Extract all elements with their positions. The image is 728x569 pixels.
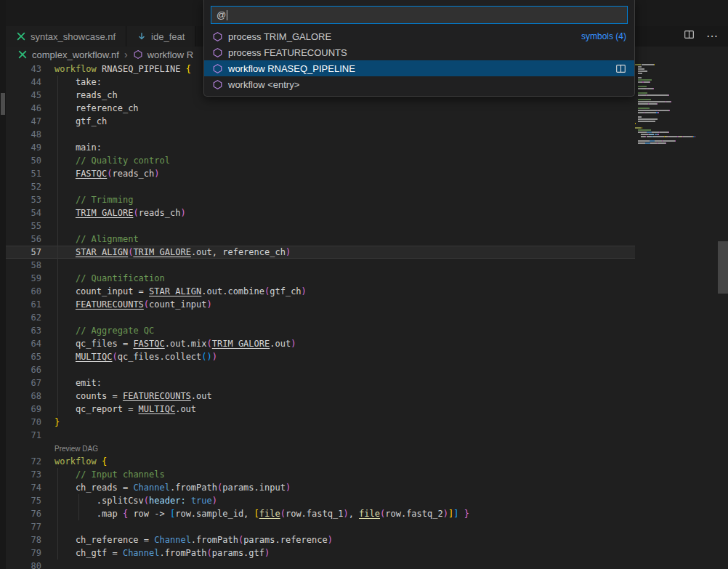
indent-guide <box>57 128 58 141</box>
line-number[interactable]: 66 <box>6 363 41 376</box>
line-number[interactable]: 45 <box>6 89 41 102</box>
line-number[interactable]: 69 <box>6 403 41 416</box>
line-number[interactable]: 53 <box>6 193 41 206</box>
line-number[interactable]: 77 <box>6 520 41 533</box>
line-number[interactable]: 49 <box>6 141 41 154</box>
line-number[interactable]: 71 <box>6 429 41 442</box>
code-line[interactable]: 54 TRIM_GALORE(reads_ch) <box>6 206 635 219</box>
token-df <box>54 299 76 310</box>
line-number[interactable]: 50 <box>6 154 41 167</box>
code-line[interactable]: 52 <box>6 180 635 193</box>
code-line[interactable]: 59 // Quantification <box>6 272 635 285</box>
vertical-scrollbar-thumb[interactable] <box>718 241 728 294</box>
line-number[interactable]: 68 <box>6 390 41 403</box>
line-number[interactable]: 46 <box>6 102 41 115</box>
more-actions-icon[interactable]: ⋯ <box>706 31 718 42</box>
code-line[interactable]: 48 <box>6 128 635 141</box>
line-number[interactable]: 79 <box>6 546 41 560</box>
minimap-bar <box>656 101 666 102</box>
code-line[interactable]: 66 <box>6 363 635 376</box>
code-line[interactable]: 65 MULTIQC(qc_files.collect()) <box>6 350 635 363</box>
code-line[interactable]: 57 STAR_ALIGN(TRIM_GALORE.out, reference… <box>6 246 635 259</box>
line-number[interactable]: 43 <box>6 62 41 76</box>
code-line[interactable]: 62 <box>6 311 635 324</box>
line-number[interactable]: 80 <box>6 560 41 569</box>
codelens[interactable]: Preview DAG <box>6 442 635 455</box>
token-b1: { <box>102 456 107 467</box>
code-line[interactable]: 50 // Quality control <box>6 154 635 167</box>
code-line[interactable]: 61 FEATURECOUNTS(count_input) <box>6 298 635 311</box>
line-number[interactable]: 57 <box>6 246 41 259</box>
code-line[interactable]: 47 gtf_ch <box>6 115 635 128</box>
line-number[interactable]: 62 <box>6 311 41 324</box>
line-number[interactable]: 72 <box>6 455 41 468</box>
line-number[interactable]: 55 <box>6 219 41 233</box>
line-number[interactable]: 54 <box>6 206 41 219</box>
line-number[interactable]: 63 <box>6 324 41 337</box>
line-number[interactable]: 48 <box>6 128 41 141</box>
split-editor-icon[interactable] <box>684 29 695 43</box>
line-number[interactable]: 52 <box>6 180 41 193</box>
code-line[interactable]: 55 <box>6 219 635 233</box>
line-number[interactable]: 60 <box>6 285 41 298</box>
code-line[interactable]: 71 <box>6 429 635 442</box>
line-number[interactable]: 47 <box>6 115 41 128</box>
code-line[interactable]: 49 main: <box>6 141 635 154</box>
code-line[interactable]: 74 ch_reads = Channel.fromPath(params.in… <box>6 481 635 494</box>
line-number[interactable]: 61 <box>6 298 41 311</box>
left-rail-scrollbar-thumb[interactable] <box>1 93 5 115</box>
code-line[interactable]: 69 qc_report = MULTIQC.out <box>6 403 635 416</box>
open-to-side-icon[interactable] <box>615 63 626 74</box>
code-line[interactable]: 64 qc_files = FASTQC.out.mix(TRIM_GALORE… <box>6 337 635 350</box>
code-line[interactable]: 76 .map { row -> [row.sample_id, [file(r… <box>6 507 635 520</box>
token-df: .out.mix <box>165 339 207 349</box>
line-number[interactable]: 73 <box>6 468 41 481</box>
token-df: row -> <box>128 509 170 519</box>
line-number[interactable]: 74 <box>6 481 41 494</box>
code-text: // Alignment <box>54 233 139 246</box>
token-arg: header: <box>149 496 186 506</box>
line-number[interactable]: 67 <box>6 376 41 390</box>
line-number[interactable]: 59 <box>6 272 41 285</box>
code-line[interactable]: 73 // Input channels <box>6 468 635 481</box>
code-line[interactable]: 70} <box>6 416 635 429</box>
quick-open-item[interactable]: process FEATURECOUNTS <box>204 44 634 60</box>
breadcrumb-symbol[interactable]: workflow R <box>147 49 194 60</box>
quick-open-item[interactable]: process TRIM_GALOREsymbols (4) <box>204 28 634 44</box>
quick-open-input[interactable]: @ <box>211 6 628 24</box>
code-line[interactable]: 75 .splitCsv(header: true) <box>6 494 635 507</box>
code-line[interactable]: 63 // Aggregate QC <box>6 324 635 337</box>
editor-pane: 43workflow RNASEQ_PIPELINE {44 take:45 r… <box>6 62 728 569</box>
code-line[interactable]: 77 <box>6 520 635 533</box>
quick-open-item[interactable]: workflow <entry> <box>204 76 634 92</box>
code-line[interactable]: 80 <box>6 560 635 569</box>
tab-syntax-showcase-nf[interactable]: syntax_showcase.nf <box>6 26 126 47</box>
code-line[interactable]: 78 ch_reference = Channel.fromPath(param… <box>6 533 635 546</box>
tab-ide-feat[interactable]: ide_feat <box>126 26 195 47</box>
line-number[interactable]: 64 <box>6 337 41 350</box>
line-number[interactable]: 56 <box>6 233 41 246</box>
code-line[interactable]: 72workflow { <box>6 455 635 468</box>
quick-open-item[interactable]: workflow RNASEQ_PIPELINE <box>204 60 634 76</box>
line-number[interactable]: 75 <box>6 494 41 507</box>
line-number[interactable]: 44 <box>6 76 41 89</box>
minimap-bar <box>638 129 651 131</box>
code-line[interactable]: 60 count_input = STAR_ALIGN.out.combine(… <box>6 285 635 298</box>
line-number[interactable]: 70 <box>6 416 41 429</box>
line-number[interactable]: 76 <box>6 507 41 520</box>
code-line[interactable]: 46 reference_ch <box>6 102 635 115</box>
code-line[interactable]: 58 <box>6 259 635 272</box>
minimap[interactable] <box>635 64 700 147</box>
code-line[interactable]: 51 FASTQC(reads_ch) <box>6 167 635 180</box>
code-line[interactable]: 53 // Trimming <box>6 193 635 206</box>
line-number[interactable]: 65 <box>6 350 41 363</box>
line-number[interactable]: 51 <box>6 167 41 180</box>
code-line[interactable]: 56 // Alignment <box>6 233 635 246</box>
line-number[interactable]: 58 <box>6 259 41 272</box>
code-line[interactable]: 67 emit: <box>6 376 635 390</box>
line-number[interactable]: 78 <box>6 533 41 546</box>
minimap-bar <box>649 103 658 105</box>
breadcrumb-file[interactable]: complex_workflow.nf <box>32 49 119 60</box>
code-line[interactable]: 79 ch_gtf = Channel.fromPath(params.gtf) <box>6 546 635 560</box>
code-line[interactable]: 68 counts = FEATURECOUNTS.out <box>6 390 635 403</box>
